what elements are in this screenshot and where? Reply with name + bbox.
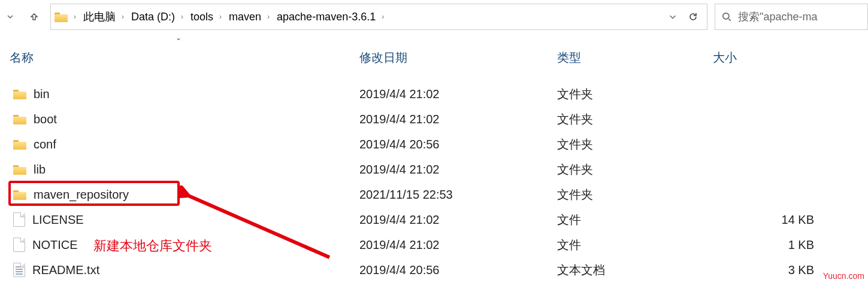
column-headers: 名称 修改日期 类型 大小 [0,44,868,71]
cell-type: 文件夹 [557,162,713,178]
cell-date: 2019/4/4 21:02 [359,238,557,252]
column-date[interactable]: 修改日期 [359,50,557,66]
file-name: lib [34,163,46,177]
file-name: bin [34,87,50,101]
cell-date: 2019/4/4 20:56 [359,138,557,151]
file-row[interactable]: boot2019/4/4 21:02文件夹 [0,107,868,132]
history-chevron-icon[interactable]: ⌄ [176,34,182,42]
cell-date: 2019/4/4 21:02 [359,213,557,227]
cell-type: 文件夹 [557,86,713,102]
cell-size: 14 KB [713,213,868,227]
file-name: README.txt [32,263,99,277]
file-icon [13,212,25,227]
cell-type: 文件夹 [557,136,713,153]
file-name: NOTICE [32,238,78,252]
folder-icon [13,189,26,200]
toolbar: › 此电脑› Data (D:)› tools› maven› apache-m… [0,0,868,34]
cell-name: conf [0,138,359,151]
refresh-button[interactable] [683,7,703,27]
breadcrumb-label: 此电脑 [83,10,116,24]
cell-type: 文件 [557,237,713,253]
file-row[interactable]: bin2019/4/4 21:02文件夹 [0,81,868,107]
file-name: boot [34,113,57,126]
breadcrumb-item[interactable]: Data (D:)› [128,11,187,23]
cell-name: README.txt [0,263,359,277]
cell-date: 2019/4/4 21:02 [359,163,557,177]
watermark: Yuucn.com [823,271,864,281]
cell-name: LICENSE [0,212,359,227]
file-row[interactable]: lib2019/4/4 21:02文件夹 [0,157,868,182]
address-dropdown-icon[interactable] [663,7,683,27]
folder-icon [55,11,68,22]
file-name: maven_repository [34,188,129,202]
cell-type: 文件夹 [557,111,713,127]
cell-date: 2019/4/4 20:56 [359,263,557,277]
nav-up-button[interactable] [24,7,44,27]
folder-icon [13,114,26,124]
cell-date: 2021/11/15 22:53 [359,188,557,202]
folder-icon [13,164,26,175]
search-box[interactable]: 搜索"apache-ma [715,4,868,30]
cell-date: 2019/4/4 21:02 [359,87,557,101]
breadcrumb-label: maven [229,11,261,23]
file-row[interactable]: conf2019/4/4 20:56文件夹 [0,132,868,157]
cell-name: bin [0,87,359,101]
column-type[interactable]: 类型 [557,50,713,66]
breadcrumb-chevron[interactable]: › [68,13,80,21]
column-name[interactable]: 名称 [0,50,359,66]
breadcrumb-item[interactable]: maven› [225,11,273,23]
file-row[interactable]: README.txt2019/4/4 20:56文本文档3 KB [0,257,868,282]
folder-icon [13,139,26,150]
breadcrumb-label: apache-maven-3.6.1 [277,11,376,23]
breadcrumb-label: tools [190,11,213,23]
cell-type: 文本文档 [557,262,713,278]
search-placeholder: 搜索"apache-ma [738,10,817,24]
search-icon [721,11,732,22]
cell-size: 1 KB [713,238,868,252]
breadcrumb-label: Data (D:) [131,11,175,23]
breadcrumb-item[interactable]: 此电脑› [80,10,128,24]
annotation-text: 新建本地仓库文件夹 [93,237,212,255]
file-icon [13,238,25,252]
cell-name: maven_repository [0,188,359,202]
breadcrumb-item[interactable]: apache-maven-3.6.1› [273,11,388,23]
file-row[interactable]: maven_repository2021/11/15 22:53文件夹 [0,182,868,207]
cell-date: 2019/4/4 21:02 [359,113,557,126]
breadcrumb-item[interactable]: tools› [187,11,225,23]
cell-name: lib [0,163,359,177]
file-name: LICENSE [32,213,84,227]
column-size[interactable]: 大小 [713,50,868,66]
file-name: conf [34,138,56,151]
cell-type: 文件夹 [557,187,713,203]
cell-name: boot [0,113,359,126]
folder-icon [13,89,26,99]
svg-point-0 [723,13,729,19]
file-row[interactable]: LICENSE2019/4/4 21:02文件14 KB [0,207,868,232]
text-file-icon [13,263,25,277]
cell-type: 文件 [557,212,713,228]
address-bar[interactable]: › 此电脑› Data (D:)› tools› maven› apache-m… [50,4,707,30]
nav-back-dropdown[interactable] [0,7,20,27]
